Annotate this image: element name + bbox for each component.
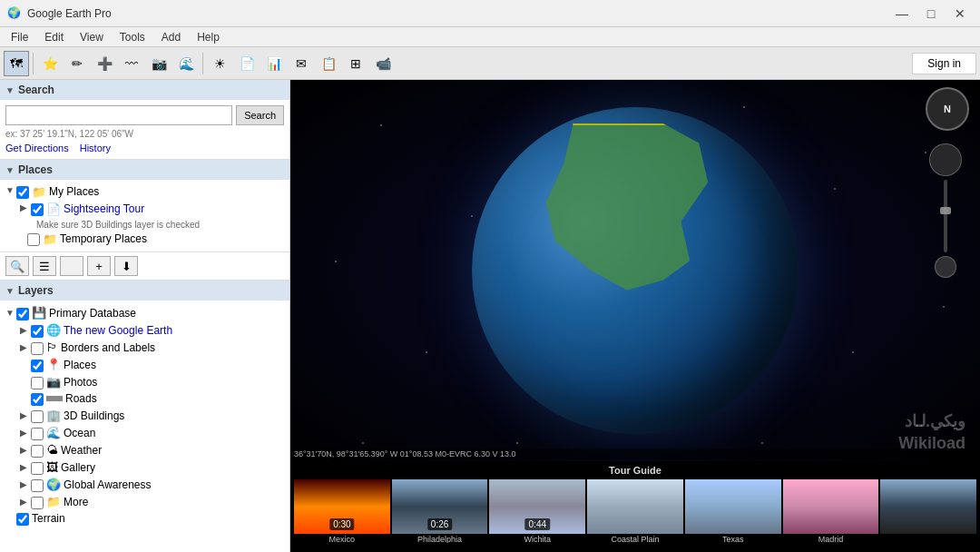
close-button[interactable]: ✕ bbox=[947, 4, 973, 24]
minimize-button[interactable]: — bbox=[889, 4, 915, 24]
zoom-control bbox=[929, 143, 962, 278]
menu-add[interactable]: Add bbox=[154, 29, 188, 45]
toolbar-camera-btn[interactable]: 📷 bbox=[146, 51, 172, 76]
thumb-time-mexico: 0:30 bbox=[329, 518, 354, 530]
ocean-checkbox[interactable] bbox=[31, 428, 44, 440]
menu-view[interactable]: View bbox=[73, 29, 111, 45]
google-earth-label[interactable]: The new Google Earth bbox=[64, 324, 172, 337]
tour-thumb-wichita[interactable]: 0:44 Wichita bbox=[489, 479, 585, 543]
places-blank-btn[interactable] bbox=[60, 256, 83, 276]
navigation-compass[interactable]: N bbox=[926, 87, 969, 131]
global-checkbox[interactable] bbox=[31, 479, 44, 492]
ocean-label: Ocean bbox=[64, 427, 95, 439]
places-zoom-btn[interactable]: 🔍 bbox=[5, 256, 29, 276]
places-layer-checkbox[interactable] bbox=[31, 360, 44, 372]
tour-thumb-mexico[interactable]: 0:30 Mexico bbox=[294, 479, 390, 543]
primary-db-checkbox[interactable] bbox=[16, 308, 29, 320]
global-icon: 🌍 bbox=[46, 478, 61, 491]
search-hint: ex: 37 25' 19.1"N, 122 05' 06"W bbox=[5, 129, 284, 139]
toolbar-water-btn[interactable]: 🌊 bbox=[173, 51, 199, 76]
map-area[interactable]: N ويکي.لـاد Wikiload 36°31'70N, 98°31'65… bbox=[290, 80, 980, 552]
primary-db-expand-icon[interactable]: ▼ bbox=[5, 308, 16, 318]
photos-checkbox[interactable] bbox=[31, 377, 44, 389]
places-add-btn[interactable]: + bbox=[87, 256, 111, 276]
compass-north-label: N bbox=[944, 104, 951, 114]
search-button[interactable]: Search bbox=[236, 105, 284, 125]
gallery-expand-icon[interactable]: ▶ bbox=[20, 462, 31, 472]
layer-borders: ▶ 🏳 Borders and Labels bbox=[20, 339, 284, 356]
my-places-checkbox[interactable] bbox=[16, 186, 29, 199]
zoom-slider-thumb[interactable] bbox=[940, 207, 951, 214]
toolbar-poly-btn[interactable]: ✏ bbox=[64, 51, 90, 76]
weather-expand-icon[interactable]: ▶ bbox=[20, 445, 31, 455]
sightseeing-note: Make sure 3D Buildings layer is checked bbox=[36, 220, 200, 230]
toolbar-grid-btn[interactable]: ⊞ bbox=[343, 51, 368, 76]
tour-thumb-coastal-plain[interactable]: Coastal Plain bbox=[587, 479, 683, 543]
temp-places-checkbox[interactable] bbox=[27, 233, 40, 246]
toolbar-street-btn[interactable]: 📄 bbox=[234, 51, 260, 76]
layer-roads: Roads bbox=[20, 390, 284, 407]
toolbar-sun-btn[interactable]: ☀ bbox=[207, 51, 232, 76]
gallery-checkbox[interactable] bbox=[31, 462, 44, 475]
gallery-label: Gallery bbox=[61, 461, 95, 474]
sightseeing-checkbox[interactable] bbox=[31, 203, 44, 216]
sightseeing-expand-icon[interactable]: ▶ bbox=[20, 202, 31, 212]
app-icon: 🌍 bbox=[7, 6, 22, 21]
toolbar-map-btn[interactable]: 🗺 bbox=[4, 51, 29, 76]
tour-thumb-texas[interactable]: Texas bbox=[685, 479, 781, 543]
toolbar-chart-btn[interactable]: 📊 bbox=[261, 51, 287, 76]
3d-buildings-expand-icon[interactable]: ▶ bbox=[20, 410, 31, 420]
toolbar-add-btn[interactable]: ➕ bbox=[92, 51, 117, 76]
history-link[interactable]: History bbox=[80, 143, 111, 153]
ocean-expand-icon[interactable]: ▶ bbox=[20, 428, 31, 438]
borders-checkbox[interactable] bbox=[31, 342, 44, 355]
tour-thumb-philadelphia[interactable]: 0:26 Philadelphia bbox=[392, 479, 488, 543]
tour-thumb-partial[interactable] bbox=[880, 479, 976, 543]
toolbar-mail-btn[interactable]: ✉ bbox=[289, 51, 314, 76]
sightseeing-label[interactable]: Sightseeing Tour bbox=[64, 202, 144, 215]
search-input[interactable] bbox=[5, 105, 232, 125]
3d-buildings-checkbox[interactable] bbox=[31, 410, 44, 423]
tilt-down-button[interactable] bbox=[935, 256, 956, 278]
borders-label: Borders and Labels bbox=[61, 341, 155, 354]
window-controls: — □ ✕ bbox=[889, 4, 973, 24]
maximize-button[interactable]: □ bbox=[918, 4, 944, 24]
more-icon: 📁 bbox=[46, 495, 61, 508]
borders-expand-icon[interactable]: ▶ bbox=[20, 342, 31, 352]
places-more-btn[interactable]: ⬇ bbox=[114, 256, 138, 276]
tilt-up-button[interactable] bbox=[929, 143, 962, 176]
weather-checkbox[interactable] bbox=[31, 445, 44, 458]
menu-tools[interactable]: Tools bbox=[113, 29, 152, 45]
google-earth-checkbox[interactable] bbox=[31, 325, 44, 338]
terrain-checkbox[interactable] bbox=[16, 513, 29, 526]
menu-help[interactable]: Help bbox=[190, 29, 227, 45]
search-section-header[interactable]: ▼ Search bbox=[0, 80, 289, 100]
places-layer-label: Places bbox=[64, 359, 96, 371]
toolbar-doc-btn[interactable]: 📋 bbox=[316, 51, 341, 76]
earth-globe[interactable] bbox=[472, 107, 799, 434]
roads-checkbox[interactable] bbox=[31, 393, 44, 406]
global-expand-icon[interactable]: ▶ bbox=[20, 479, 31, 489]
thumb-img-coastal-plain bbox=[587, 479, 683, 534]
layers-header[interactable]: ▼ Layers bbox=[0, 281, 289, 301]
toolbar-video-btn[interactable]: 📹 bbox=[370, 51, 396, 76]
places-title: Places bbox=[18, 163, 53, 176]
more-checkbox[interactable] bbox=[31, 497, 44, 509]
places-list-btn[interactable]: ☰ bbox=[33, 256, 56, 276]
thumb-time-wichita: 0:44 bbox=[525, 518, 550, 530]
google-earth-expand-icon[interactable]: ▶ bbox=[20, 325, 31, 335]
sign-in-button[interactable]: Sign in bbox=[912, 53, 976, 74]
more-expand-icon[interactable]: ▶ bbox=[20, 497, 31, 507]
toolbar-path-btn[interactable]: 〰 bbox=[119, 51, 144, 76]
photos-label: Photos bbox=[64, 376, 97, 389]
menu-edit[interactable]: Edit bbox=[37, 29, 71, 45]
layer-weather: ▶ 🌤 Weather bbox=[20, 441, 284, 458]
places-header[interactable]: ▼ Places bbox=[0, 160, 289, 180]
my-places-expand-icon[interactable]: ▼ bbox=[5, 185, 16, 195]
tour-thumb-madrid[interactable]: Madrid bbox=[783, 479, 879, 543]
get-directions-link[interactable]: Get Directions bbox=[5, 143, 69, 153]
watermark-area: ويکي.لـاد Wikiload bbox=[898, 411, 965, 454]
menu-file[interactable]: File bbox=[4, 29, 35, 45]
temp-places-label: Temporary Places bbox=[60, 232, 147, 245]
toolbar-pin-btn[interactable]: ⭐ bbox=[37, 51, 63, 76]
